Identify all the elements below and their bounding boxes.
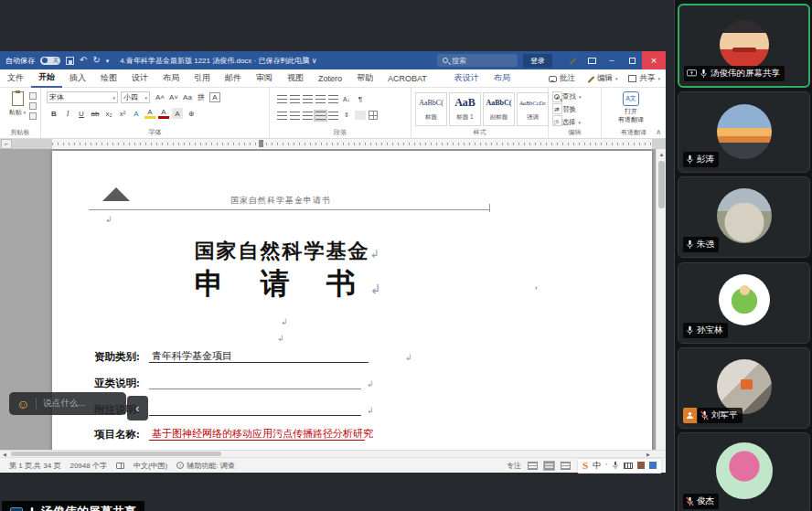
replace-button[interactable]: ⇄ 替换 bbox=[554, 105, 576, 114]
justify-icon[interactable] bbox=[315, 112, 326, 120]
qat-dropdown-icon[interactable]: ▾ bbox=[106, 58, 110, 64]
ime-skin-icon[interactable] bbox=[637, 462, 645, 469]
tab-home[interactable]: 开始 bbox=[31, 69, 62, 88]
ribbon-options-icon[interactable] bbox=[582, 51, 602, 69]
align-right-icon[interactable] bbox=[303, 112, 313, 120]
style-emphasis[interactable]: AaBbCcDc 强调 bbox=[517, 92, 549, 126]
tab-help[interactable]: 帮助 bbox=[349, 69, 380, 88]
increase-indent-icon[interactable] bbox=[328, 95, 338, 103]
tab-table-design[interactable]: 表设计 bbox=[447, 69, 486, 88]
ime-toolbox-icon[interactable] bbox=[649, 462, 657, 469]
tab-references[interactable]: 引用 bbox=[187, 69, 218, 88]
align-left-icon[interactable] bbox=[277, 112, 287, 120]
language-indicator[interactable]: 中文(中国) bbox=[134, 461, 167, 471]
copy-icon[interactable] bbox=[29, 102, 37, 110]
style-title[interactable]: AaBbC( 标题 bbox=[415, 92, 447, 126]
cut-icon[interactable] bbox=[29, 92, 37, 100]
comments-button[interactable]: 批注 bbox=[549, 73, 575, 84]
collapse-ribbon-icon[interactable]: ∧ bbox=[656, 128, 661, 136]
ime-logo-icon[interactable]: S bbox=[582, 460, 588, 471]
sort-icon[interactable]: A↓ bbox=[341, 93, 352, 104]
style-heading1[interactable]: AaB 标题 1 bbox=[449, 92, 481, 126]
accessibility-status[interactable]: i辅助功能: 调查 bbox=[176, 461, 234, 471]
show-marks-icon[interactable]: ¶ bbox=[355, 93, 366, 104]
ime-toolbar[interactable]: S 中 ’ bbox=[577, 458, 662, 474]
shading-icon[interactable] bbox=[355, 111, 366, 120]
change-case-icon[interactable]: Aa bbox=[182, 91, 193, 102]
subscript-icon[interactable]: x₂ bbox=[103, 108, 114, 119]
tab-insert[interactable]: 插入 bbox=[62, 69, 93, 88]
ime-punct-icon[interactable]: ’ bbox=[605, 462, 607, 470]
enclose-char-icon[interactable]: ⊕ bbox=[186, 108, 197, 119]
decrease-indent-icon[interactable] bbox=[315, 95, 326, 103]
scroll-up-icon[interactable]: ▲ bbox=[657, 149, 667, 159]
paste-button[interactable]: 粘贴 ▾ bbox=[7, 91, 27, 117]
web-layout-icon[interactable] bbox=[561, 462, 571, 470]
italic-icon[interactable]: I bbox=[62, 108, 73, 119]
restore-button[interactable] bbox=[622, 51, 642, 69]
search-input[interactable]: 搜索 bbox=[437, 54, 518, 67]
participant-tile[interactable]: 刘军平 bbox=[678, 347, 810, 429]
align-center-icon[interactable] bbox=[290, 112, 300, 120]
tab-selector[interactable]: ⌐ bbox=[1, 139, 12, 149]
chat-collapse-button[interactable]: ‹ bbox=[127, 396, 148, 421]
close-button[interactable]: × bbox=[642, 51, 666, 69]
participant-tile[interactable]: 汤俊伟的屏幕共享 bbox=[678, 4, 810, 88]
find-button[interactable]: 查找▾ bbox=[554, 92, 582, 101]
numbering-icon[interactable] bbox=[290, 95, 300, 103]
horizontal-scroll-thumb[interactable] bbox=[11, 452, 221, 456]
document-title[interactable]: 4.青年科学基金最新版 1221 汤俊伟.docx · 已保存到此电脑 ∨ bbox=[120, 56, 316, 66]
tab-review[interactable]: 审阅 bbox=[249, 69, 280, 88]
underline-icon[interactable]: U bbox=[76, 108, 87, 119]
undo-icon[interactable]: ↶ bbox=[80, 56, 87, 65]
proofing-icon[interactable] bbox=[116, 463, 124, 469]
format-painter-icon[interactable] bbox=[29, 112, 37, 120]
ruler[interactable]: ⌐ bbox=[0, 139, 666, 149]
char-border-icon[interactable]: A bbox=[209, 92, 220, 102]
participant-tile[interactable]: 彭涛 bbox=[678, 91, 810, 173]
focus-mode-button[interactable]: 专注 bbox=[507, 461, 521, 471]
font-color-icon[interactable]: A bbox=[158, 108, 169, 119]
tab-mailings[interactable]: 邮件 bbox=[218, 69, 249, 88]
horizontal-scrollbar[interactable]: ◀ ▶ bbox=[0, 450, 666, 457]
vertical-scroll-thumb[interactable] bbox=[658, 161, 665, 208]
select-button[interactable]: ▷ 选择▾ bbox=[554, 118, 581, 127]
indent-marker[interactable] bbox=[259, 140, 263, 147]
autosave-toggle[interactable]: 关 bbox=[40, 57, 60, 65]
superscript-icon[interactable]: x² bbox=[117, 108, 128, 119]
borders-icon[interactable] bbox=[369, 111, 378, 120]
highlight-color-icon[interactable]: A bbox=[144, 108, 155, 119]
tab-zotero[interactable]: Zotero bbox=[311, 69, 349, 88]
ime-keyboard-icon[interactable] bbox=[624, 463, 633, 469]
phonetic-guide-icon[interactable]: 拼 bbox=[196, 91, 207, 102]
editing-mode-button[interactable]: 编辑▾ bbox=[586, 73, 618, 84]
participant-tile[interactable]: 俊杰 bbox=[678, 432, 810, 511]
participant-tile[interactable]: 朱强 bbox=[678, 176, 810, 258]
read-mode-icon[interactable] bbox=[528, 462, 538, 470]
char-shading-icon[interactable]: A bbox=[172, 108, 183, 119]
pen-icon[interactable] bbox=[561, 51, 582, 69]
tab-design[interactable]: 设计 bbox=[124, 69, 155, 88]
vertical-scrollbar[interactable]: ▲ bbox=[656, 149, 666, 450]
font-name-select[interactable]: 宋体▾ bbox=[47, 91, 118, 103]
tab-file[interactable]: 文件 bbox=[0, 69, 31, 88]
shrink-font-icon[interactable]: A˅ bbox=[168, 91, 179, 102]
text-effects-icon[interactable]: A bbox=[131, 108, 142, 119]
strikethrough-icon[interactable]: ab bbox=[90, 108, 101, 119]
tab-draw[interactable]: 绘图 bbox=[93, 69, 124, 88]
participant-tile[interactable]: 孙宝林 bbox=[678, 262, 810, 344]
signin-button[interactable]: 登录 bbox=[523, 54, 552, 68]
ime-mic-icon[interactable] bbox=[612, 461, 619, 470]
style-subtitle[interactable]: AaBbC( 副标题 bbox=[483, 92, 515, 126]
youdao-open-button[interactable]: A文 打开有道翻译 bbox=[614, 91, 647, 124]
tab-view[interactable]: 视图 bbox=[280, 69, 311, 88]
page-indicator[interactable]: 第 1 页,共 34 页 bbox=[9, 461, 60, 471]
tab-table-layout[interactable]: 布局 bbox=[486, 69, 518, 88]
redo-icon[interactable]: ↻ bbox=[92, 56, 100, 65]
chat-quick-input[interactable]: ☺ 说点什么... bbox=[9, 392, 126, 415]
bullets-icon[interactable] bbox=[277, 95, 287, 103]
grow-font-icon[interactable]: A˄ bbox=[155, 91, 166, 102]
font-size-select[interactable]: 小四▾ bbox=[121, 91, 150, 103]
multilevel-list-icon[interactable] bbox=[303, 95, 313, 103]
share-button[interactable]: 共享▾ bbox=[628, 73, 660, 84]
